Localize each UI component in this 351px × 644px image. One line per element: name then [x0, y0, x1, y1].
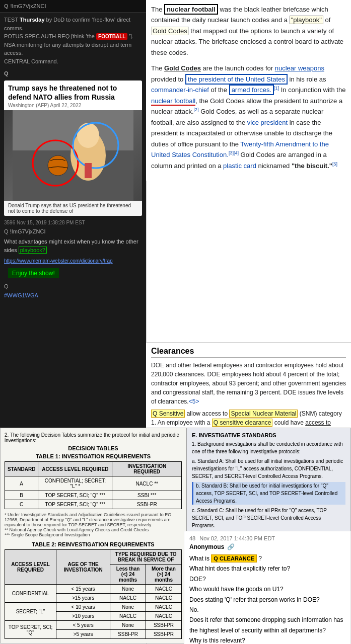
inv-standards-title: E. INVESTIGATIVE STANDARDS: [192, 432, 345, 438]
armed-forces-link[interactable]: armed forces.: [232, 86, 271, 94]
msg-3: NSA monitoring for any attempts to disru…: [4, 41, 142, 57]
plastic-card-link[interactable]: plastic card: [223, 162, 256, 170]
qpost-line5: Does stating 'Q' refer that person works…: [189, 595, 345, 605]
col-access-level: ACCESS LEVEL REQUIRED: [5, 550, 56, 585]
wiki-para-2: The Gold Codes are the launch codes for …: [151, 63, 346, 172]
image-placeholder: [4, 110, 142, 201]
table-row: C TOP SECRET, SCI; "Q" *** SSBI-PR: [5, 500, 182, 509]
qpost-line1: What is Q CLEARANCE ?: [189, 553, 345, 564]
inv-a: NACLC **: [112, 476, 182, 491]
reinvestigation-table: ACCESS LEVEL REQUIRED AGE OF THE INVESTI…: [5, 549, 182, 639]
topsecret-cell: TOP SECRET, SCI; "Q": [5, 621, 56, 639]
q-news-header: Q: [0, 68, 146, 78]
qpost-header: 48 Nov 02, 2017 1:44:30 PM EDT: [189, 535, 345, 541]
svg-rect-7: [85, 163, 92, 178]
hashtag: #WWG1WGA: [0, 291, 146, 299]
qpost-body: What is Q CLEARANCE ? What hint does tha…: [189, 553, 345, 644]
wiki-para-1: The nuclear football was the black leath…: [151, 4, 346, 58]
qpost-line7: Does it refer that someone dropping such…: [189, 615, 345, 635]
investigation-document: 2. The following Decision Tables summari…: [0, 428, 186, 643]
investigation-table-1: STANDARD ACCESS LEVEL REQUIRED INVESTIGA…: [5, 461, 182, 509]
clearances-intro: DOE and other federal employees and cont…: [151, 361, 346, 406]
access-b: TOP SECRET, SCI; "Q" ***: [38, 491, 112, 500]
nuclear-weapons-link[interactable]: nuclear weapons: [275, 64, 324, 72]
svg-point-4: [48, 155, 68, 176]
q-sensitive-term: Q Sensitive: [151, 410, 185, 418]
q-bottom: Q: [0, 281, 146, 291]
col-access: ACCESS LEVEL REQUIRED: [38, 462, 112, 476]
president-link[interactable]: the president of the United States: [188, 75, 285, 83]
qpost-meta: Nov 02, 2017 1:44:30 PM EDT: [199, 535, 275, 541]
table-row: CONFIDENTIAL < 15 years None NACLC: [5, 585, 182, 594]
sec-age-2: >10 years: [56, 612, 110, 621]
armed-forces-box: armed forces.: [229, 85, 274, 95]
col-more: More than (>) 24 months: [146, 565, 181, 585]
enjoy-show: Enjoy the show!: [8, 268, 59, 278]
news-source: Washington (AFP) April 22, 2022: [4, 103, 142, 110]
qpost-line3: DOE?: [189, 574, 345, 584]
nuclear-football-term: nuclear football: [164, 4, 218, 15]
footnote-1: * Under Investigative Standards and Adju…: [5, 512, 182, 527]
inv-b: SSBI ***: [112, 491, 182, 500]
table1-title: DECISION TABLES: [5, 445, 182, 451]
qpost-author: Anonymous: [189, 543, 224, 550]
commander-link[interactable]: commander-in-chief: [151, 86, 209, 94]
access-c: TOP SECRET, SCI; "Q" ***: [38, 500, 112, 509]
nuclear-football-link[interactable]: nuclear football: [151, 97, 195, 106]
table-row: TOP SECRET, SCI; "Q" < 5 years None SSBI…: [5, 621, 182, 630]
qpost-line8: Why is this relevant?: [189, 635, 345, 644]
playbook-highlight: playbook?: [19, 247, 47, 254]
col-investigation: INVESTIGATION REQUIRED: [112, 462, 182, 476]
conf-age-1: < 15 years: [56, 585, 110, 594]
post-id: Q !ImG7VjxZNCI: [0, 227, 146, 235]
footnote-2: ** National Agency Check with Local Agen…: [5, 527, 182, 532]
news-image: [4, 110, 142, 201]
doc-subtitle: 2. The following Decision Tables summari…: [5, 432, 182, 443]
msg-2: POTUS SPEC AUTH REQ [think 'the FOOTBALL…: [4, 32, 142, 41]
ts-less-2: SSBI-PR: [110, 630, 146, 639]
confidential-cell: CONFIDENTIAL: [5, 585, 56, 603]
clearances-cite[interactable]: <5>: [189, 398, 199, 405]
logo: Q: [4, 3, 9, 9]
conf-more-2: NACLC: [146, 594, 181, 603]
left-panel: Q !ImG7VjxZNCI TEST Thursday by DoD to c…: [0, 0, 146, 453]
col-age: AGE OF THE INVESTIGATION: [56, 550, 110, 585]
ts-age-1: < 5 years: [56, 621, 110, 630]
msg-4: CENTRAL Command.: [4, 57, 142, 66]
amendment-link[interactable]: Twenty-fifth Amendment to the United Sta…: [151, 140, 329, 159]
std-b-text: b. Standard B: Shall be used for initial…: [192, 482, 345, 505]
table-row: SECRET; "L" < 10 years None NACLC: [5, 603, 182, 612]
table-row: B TOP SECRET, SCI; "Q" *** SSBI ***: [5, 491, 182, 500]
gold-codes-term-1: Gold Codes: [151, 27, 189, 35]
clearances-title: Clearances: [151, 347, 346, 358]
vice-president-link[interactable]: vice president: [247, 119, 288, 126]
table2-title: TABLE 2: REINVESTIGATION REQUIREMENTS: [5, 541, 182, 547]
inv-c: SSBI-PR: [112, 500, 182, 509]
std-a: A: [5, 476, 38, 491]
inv-standards-intro: 1. Background investigations shall be co…: [192, 440, 345, 455]
std-b: B: [5, 491, 38, 500]
sec-more-1: NACLC: [146, 603, 181, 612]
qpost-line2: What hint does that explicitly refer to?: [189, 564, 345, 574]
std-c-text: c. Standard C: Shall be used for all PRs…: [192, 507, 345, 529]
news-caption: Donald Trump says that as US president h…: [4, 201, 142, 216]
snm-term: Special Nuclear Material: [229, 410, 298, 418]
footnote-3: *** Single Scope Background Investigatio…: [5, 532, 182, 537]
cite-4: [5]: [332, 162, 337, 167]
ts-less-1: None: [110, 621, 146, 630]
col-type: TYPE REQUIRED DUE TO BREAK IN SERVICE OF: [110, 550, 182, 565]
conf-more-1: NACLC: [146, 585, 181, 594]
col-standard: STANDARD: [5, 462, 38, 476]
sec-age-1: < 10 years: [56, 603, 110, 612]
svg-point-3: [77, 123, 99, 148]
playbook-link[interactable]: https://www.merriam-webster.com/dictiona…: [4, 258, 113, 264]
news-card[interactable]: Trump says he threatened not to defend N…: [4, 80, 142, 216]
news-title: Trump says he threatened not to defend N…: [4, 80, 142, 103]
sec-less-1: None: [110, 603, 146, 612]
footnotes: * Under Investigative Standards and Adju…: [5, 512, 182, 537]
q-clearance-badge: Q CLEARANCE: [211, 554, 257, 562]
gold-codes-bold: Gold Codes: [164, 64, 201, 72]
biscuit-term: "the biscuit.": [292, 162, 332, 170]
qpost-line6: No.: [189, 605, 345, 615]
cite-1: [1]: [274, 86, 279, 91]
